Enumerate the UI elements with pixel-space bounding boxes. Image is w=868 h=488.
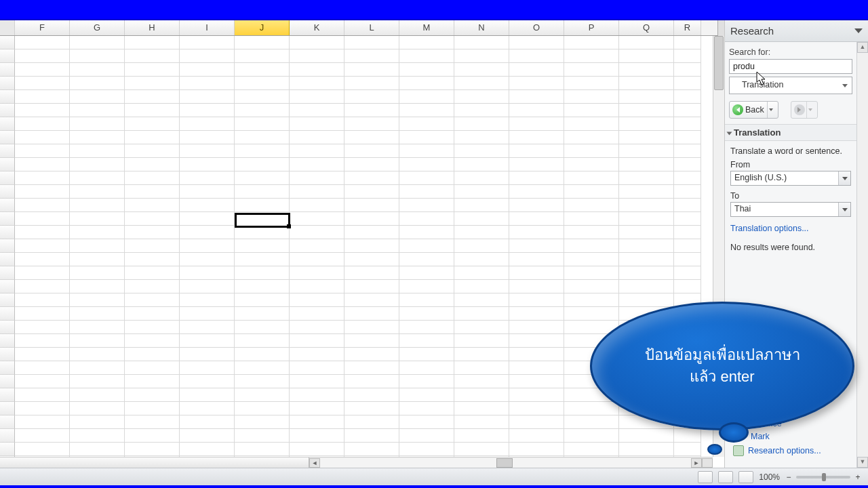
to-language-select[interactable]: Thai [730,202,851,217]
office-link[interactable]: on Office [748,419,782,428]
service-select[interactable]: Translation [729,77,852,94]
back-button[interactable]: Back [729,101,778,119]
scroll-up-icon[interactable]: ▲ [857,42,868,53]
scroll-right-icon[interactable]: ► [691,458,702,468]
view-break-button[interactable] [738,471,753,483]
zoom-slider[interactable]: − + [785,472,861,482]
translation-desc: Translate a word or sentence. [730,146,851,156]
split-box-h[interactable] [702,458,713,468]
search-for-label: Search for: [729,47,852,57]
column-headers: F G H I J K L M N O P Q R [0,20,724,36]
slider-knob[interactable] [822,473,826,481]
chevron-down-icon [838,171,850,185]
back-arrow-icon [732,104,743,115]
market-text: Mark [751,432,770,441]
section-title: Translation [734,127,781,138]
split-handle[interactable] [717,20,724,36]
col-header[interactable]: P [564,20,619,35]
scroll-track[interactable] [320,458,691,468]
forward-button [791,101,818,119]
title-bar [0,0,868,20]
active-cell[interactable] [235,213,290,228]
pane-footer: on Office Mark Research options... [733,416,860,458]
scroll-thumb[interactable] [496,458,513,468]
collapse-icon [727,131,732,135]
research-options-link[interactable]: Research options... [748,446,821,455]
view-normal-button[interactable] [698,471,713,483]
spreadsheet-area[interactable]: F G H I J K L M N O P Q R ◄ ► [0,20,724,468]
col-header[interactable]: L [344,20,399,35]
pane-scrollbar[interactable]: ▲ ▼ [856,42,868,468]
forward-arrow-icon [794,104,805,115]
col-header[interactable]: F [15,20,70,35]
col-header[interactable]: R [674,20,701,35]
horizontal-scrollbar[interactable]: ◄ ► [0,457,713,468]
to-value: Thai [734,204,751,214]
forward-dropdown-icon [806,102,814,118]
col-header[interactable]: G [70,20,125,35]
col-header[interactable]: Q [619,20,674,35]
translation-section-header[interactable]: Translation [725,124,856,141]
col-header[interactable]: I [180,20,235,35]
scroll-thumb[interactable] [714,36,724,90]
col-header[interactable]: M [399,20,454,35]
from-language-select[interactable]: English (U.S.) [730,171,851,186]
col-header[interactable]: N [454,20,509,35]
research-pane: Research Search for: Translation Back [724,20,868,468]
search-input[interactable] [729,59,852,74]
no-results-text: No results were found. [730,243,851,252]
scroll-left-icon[interactable]: ◄ [309,458,320,468]
to-label: To [730,191,851,201]
col-header[interactable]: K [290,20,344,35]
view-layout-button[interactable] [718,471,733,483]
research-options-icon [733,445,744,456]
back-dropdown-icon[interactable] [767,102,775,118]
pane-title: Research [730,25,774,37]
mouse-cursor [756,71,767,86]
back-label: Back [745,105,764,115]
chevron-down-icon [838,203,850,216]
zoom-level: 100% [759,472,780,482]
sheet-tab-area[interactable] [0,458,309,468]
bottom-border [0,485,868,488]
col-header[interactable]: H [125,20,180,35]
from-label: From [730,160,851,169]
vertical-scrollbar[interactable] [713,36,724,457]
select-all-corner[interactable] [0,20,15,35]
translation-options-link[interactable]: Translation options... [730,224,851,233]
pane-header: Research [725,20,868,42]
from-value: English (U.S.) [734,173,787,182]
cell-grid[interactable] [0,36,724,468]
office-icon [733,418,744,429]
pane-menu-icon[interactable] [854,28,863,33]
fill-handle[interactable] [287,224,291,228]
scroll-down-icon[interactable]: ▼ [857,457,868,468]
zoom-out-icon[interactable]: − [785,472,792,482]
status-bar: 100% − + [0,468,868,485]
col-header-selected[interactable]: J [235,20,290,35]
col-header[interactable]: O [509,20,564,35]
zoom-in-icon[interactable]: + [854,472,861,482]
